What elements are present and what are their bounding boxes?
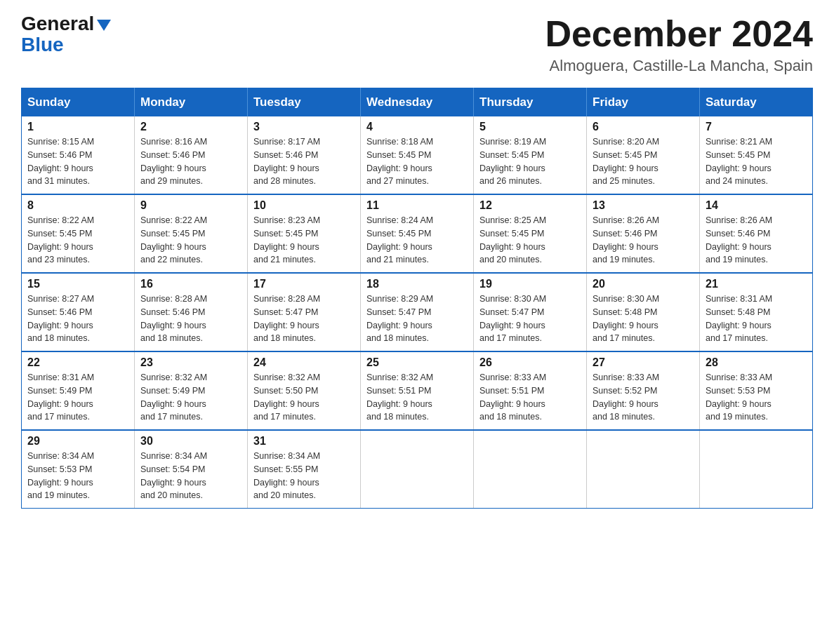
- calendar-cell: 31 Sunrise: 8:34 AMSunset: 5:55 PMDaylig…: [248, 430, 361, 509]
- day-number: 29: [27, 435, 128, 448]
- calendar-cell: 29 Sunrise: 8:34 AMSunset: 5:53 PMDaylig…: [22, 430, 135, 509]
- calendar-cell: [700, 430, 813, 509]
- day-info: Sunrise: 8:26 AMSunset: 5:46 PMDaylight:…: [706, 215, 772, 264]
- calendar-cell: 18 Sunrise: 8:29 AMSunset: 5:47 PMDaylig…: [361, 273, 474, 351]
- calendar-cell: 30 Sunrise: 8:34 AMSunset: 5:54 PMDaylig…: [135, 430, 248, 509]
- day-info: Sunrise: 8:30 AMSunset: 5:47 PMDaylight:…: [479, 294, 546, 343]
- calendar-cell: 8 Sunrise: 8:22 AMSunset: 5:45 PMDayligh…: [22, 194, 135, 273]
- header-friday: Friday: [587, 88, 700, 117]
- day-number: 26: [479, 356, 581, 369]
- day-number: 21: [706, 278, 807, 290]
- logo-triangle-icon: [97, 20, 111, 31]
- day-number: 5: [479, 121, 581, 133]
- calendar-cell: 16 Sunrise: 8:28 AMSunset: 5:46 PMDaylig…: [135, 273, 248, 351]
- day-number: 9: [140, 199, 241, 212]
- day-info: Sunrise: 8:24 AMSunset: 5:45 PMDaylight:…: [366, 215, 433, 264]
- logo-text-part2: Blue: [21, 35, 64, 55]
- calendar-cell: 7 Sunrise: 8:21 AMSunset: 5:45 PMDayligh…: [700, 116, 813, 194]
- day-info: Sunrise: 8:18 AMSunset: 5:45 PMDaylight:…: [366, 137, 433, 186]
- calendar-cell: 11 Sunrise: 8:24 AMSunset: 5:45 PMDaylig…: [361, 194, 474, 273]
- day-number: 16: [140, 278, 241, 290]
- calendar-cell: 5 Sunrise: 8:19 AMSunset: 5:45 PMDayligh…: [474, 116, 587, 194]
- day-info: Sunrise: 8:22 AMSunset: 5:45 PMDaylight:…: [27, 215, 94, 264]
- calendar-cell: [587, 430, 700, 509]
- day-number: 25: [366, 356, 468, 369]
- logo-text-part1: General: [21, 14, 94, 34]
- day-info: Sunrise: 8:32 AMSunset: 5:50 PMDaylight:…: [253, 373, 320, 422]
- calendar-cell: 4 Sunrise: 8:18 AMSunset: 5:45 PMDayligh…: [361, 116, 474, 194]
- day-info: Sunrise: 8:33 AMSunset: 5:53 PMDaylight:…: [706, 373, 772, 422]
- day-number: 31: [253, 435, 355, 448]
- day-info: Sunrise: 8:17 AMSunset: 5:46 PMDaylight:…: [253, 137, 320, 186]
- day-number: 28: [706, 356, 807, 369]
- calendar-cell: 28 Sunrise: 8:33 AMSunset: 5:53 PMDaylig…: [700, 351, 813, 430]
- calendar-cell: 19 Sunrise: 8:30 AMSunset: 5:47 PMDaylig…: [474, 273, 587, 351]
- day-number: 6: [593, 121, 694, 133]
- calendar-cell: 10 Sunrise: 8:23 AMSunset: 5:45 PMDaylig…: [248, 194, 361, 273]
- day-info: Sunrise: 8:28 AMSunset: 5:46 PMDaylight:…: [140, 294, 207, 343]
- calendar-week-row: 8 Sunrise: 8:22 AMSunset: 5:45 PMDayligh…: [22, 194, 813, 273]
- day-info: Sunrise: 8:34 AMSunset: 5:55 PMDaylight:…: [253, 451, 320, 500]
- calendar-cell: 24 Sunrise: 8:32 AMSunset: 5:50 PMDaylig…: [248, 351, 361, 430]
- day-number: 13: [593, 199, 694, 212]
- day-number: 23: [140, 356, 241, 369]
- day-info: Sunrise: 8:27 AMSunset: 5:46 PMDaylight:…: [27, 294, 94, 343]
- day-number: 10: [253, 199, 355, 212]
- day-info: Sunrise: 8:34 AMSunset: 5:54 PMDaylight:…: [140, 451, 207, 500]
- month-year-title: December 2024: [545, 14, 813, 54]
- day-info: Sunrise: 8:26 AMSunset: 5:46 PMDaylight:…: [593, 215, 659, 264]
- day-number: 19: [479, 278, 581, 290]
- day-info: Sunrise: 8:22 AMSunset: 5:45 PMDaylight:…: [140, 215, 207, 264]
- day-number: 3: [253, 121, 355, 133]
- day-number: 20: [593, 278, 694, 290]
- day-number: 30: [140, 435, 241, 448]
- calendar-table: SundayMondayTuesdayWednesdayThursdayFrid…: [21, 88, 813, 509]
- calendar-cell: 25 Sunrise: 8:32 AMSunset: 5:51 PMDaylig…: [361, 351, 474, 430]
- day-info: Sunrise: 8:30 AMSunset: 5:48 PMDaylight:…: [593, 294, 659, 343]
- day-info: Sunrise: 8:21 AMSunset: 5:45 PMDaylight:…: [706, 137, 772, 186]
- calendar-cell: 17 Sunrise: 8:28 AMSunset: 5:47 PMDaylig…: [248, 273, 361, 351]
- header-monday: Monday: [135, 88, 248, 117]
- day-info: Sunrise: 8:31 AMSunset: 5:49 PMDaylight:…: [27, 373, 94, 422]
- header-saturday: Saturday: [700, 88, 813, 117]
- calendar-cell: 12 Sunrise: 8:25 AMSunset: 5:45 PMDaylig…: [474, 194, 587, 273]
- day-number: 11: [366, 199, 468, 212]
- day-number: 18: [366, 278, 468, 290]
- calendar-cell: 14 Sunrise: 8:26 AMSunset: 5:46 PMDaylig…: [700, 194, 813, 273]
- day-number: 14: [706, 199, 807, 212]
- calendar-cell: 22 Sunrise: 8:31 AMSunset: 5:49 PMDaylig…: [22, 351, 135, 430]
- day-info: Sunrise: 8:16 AMSunset: 5:46 PMDaylight:…: [140, 137, 207, 186]
- header-wednesday: Wednesday: [361, 88, 474, 117]
- day-info: Sunrise: 8:34 AMSunset: 5:53 PMDaylight:…: [27, 451, 94, 500]
- calendar-cell: 27 Sunrise: 8:33 AMSunset: 5:52 PMDaylig…: [587, 351, 700, 430]
- day-info: Sunrise: 8:20 AMSunset: 5:45 PMDaylight:…: [593, 137, 659, 186]
- day-number: 8: [27, 199, 128, 212]
- day-info: Sunrise: 8:23 AMSunset: 5:45 PMDaylight:…: [253, 215, 320, 264]
- day-number: 24: [253, 356, 355, 369]
- day-info: Sunrise: 8:25 AMSunset: 5:45 PMDaylight:…: [479, 215, 546, 264]
- day-info: Sunrise: 8:15 AMSunset: 5:46 PMDaylight:…: [27, 137, 94, 186]
- day-number: 2: [140, 121, 241, 133]
- calendar-header-row: SundayMondayTuesdayWednesdayThursdayFrid…: [22, 88, 813, 117]
- day-number: 12: [479, 199, 581, 212]
- page-header: General Blue December 2024 Almoguera, Ca…: [21, 14, 813, 75]
- calendar-cell: 26 Sunrise: 8:33 AMSunset: 5:51 PMDaylig…: [474, 351, 587, 430]
- day-info: Sunrise: 8:32 AMSunset: 5:51 PMDaylight:…: [366, 373, 433, 422]
- calendar-week-row: 15 Sunrise: 8:27 AMSunset: 5:46 PMDaylig…: [22, 273, 813, 351]
- calendar-cell: 3 Sunrise: 8:17 AMSunset: 5:46 PMDayligh…: [248, 116, 361, 194]
- day-number: 1: [27, 121, 128, 133]
- header-thursday: Thursday: [474, 88, 587, 117]
- calendar-week-row: 1 Sunrise: 8:15 AMSunset: 5:46 PMDayligh…: [22, 116, 813, 194]
- header-tuesday: Tuesday: [248, 88, 361, 117]
- calendar-cell: [474, 430, 587, 509]
- day-info: Sunrise: 8:29 AMSunset: 5:47 PMDaylight:…: [366, 294, 433, 343]
- day-number: 27: [593, 356, 694, 369]
- day-number: 15: [27, 278, 128, 290]
- calendar-cell: 21 Sunrise: 8:31 AMSunset: 5:48 PMDaylig…: [700, 273, 813, 351]
- calendar-cell: 20 Sunrise: 8:30 AMSunset: 5:48 PMDaylig…: [587, 273, 700, 351]
- day-number: 17: [253, 278, 355, 290]
- calendar-cell: 6 Sunrise: 8:20 AMSunset: 5:45 PMDayligh…: [587, 116, 700, 194]
- header-sunday: Sunday: [22, 88, 135, 117]
- location-subtitle: Almoguera, Castille-La Mancha, Spain: [545, 57, 813, 75]
- title-area: December 2024 Almoguera, Castille-La Man…: [545, 14, 813, 75]
